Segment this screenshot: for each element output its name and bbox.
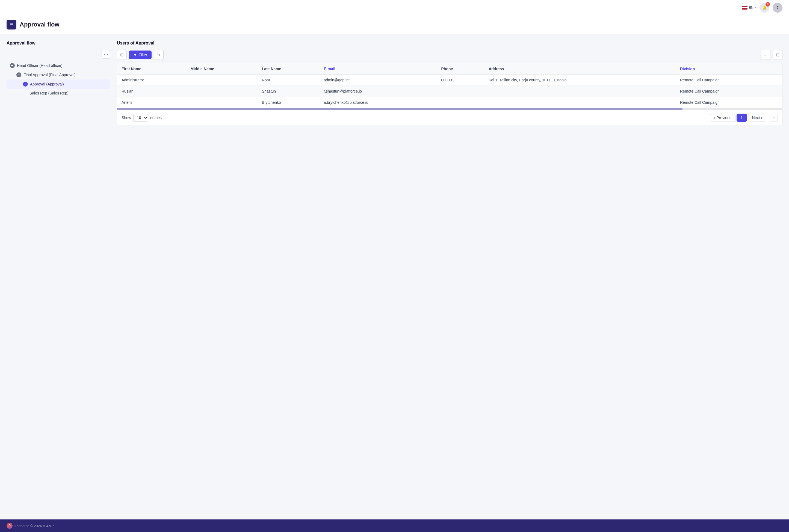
- tree-item-sales-rep[interactable]: Sales Rep (Sales Rep): [6, 89, 110, 97]
- tree-dot-minus-icon: [11, 65, 13, 66]
- cell-phone: [437, 86, 484, 97]
- col-last-name: Last Name: [257, 63, 320, 75]
- scrollbar-thumb[interactable]: [117, 108, 682, 110]
- entries-select[interactable]: 10 25 50: [133, 114, 148, 121]
- table-body: Administrator Root admin@qap.int 000001: [117, 75, 782, 108]
- col-middle-name: Middle Name: [186, 63, 257, 75]
- table-header: First Name Middle Name Last Name E-mail: [117, 63, 782, 75]
- next-label: Next: [752, 115, 760, 120]
- col-email: E-mail: [320, 63, 437, 75]
- cell-division: Remote Call Campaign: [676, 97, 782, 108]
- cell-phone: [437, 97, 484, 108]
- horizontal-scrollbar[interactable]: [117, 108, 782, 110]
- tree-node-icon: [23, 82, 28, 87]
- more-dots-icon: ⋯: [764, 53, 768, 57]
- tree-item-label: Sales Rep (Sales Rep): [30, 91, 68, 95]
- table-icon: ⊞: [120, 53, 124, 57]
- cell-phone: 000001: [437, 75, 484, 86]
- footer-logo: P: [6, 523, 13, 529]
- cell-division: Remote Call Campaign: [676, 75, 782, 86]
- toolbar-left: ⊞ ▼ Filter ↪: [117, 50, 163, 60]
- users-table-container: First Name Middle Name Last Name E-mail: [117, 63, 783, 125]
- footer-text: Platforce © 2024 V 4.9.7: [15, 524, 54, 528]
- chevron-left-icon: ‹: [714, 115, 715, 120]
- share-icon: ↪: [157, 53, 160, 57]
- toolbar: ⊞ ▼ Filter ↪ ⋯ ⊟: [117, 50, 783, 60]
- page-header-icon: ☰: [6, 20, 16, 30]
- tree-item-label: Final Approval (Final Approval): [23, 73, 76, 77]
- previous-button[interactable]: ‹ Previous: [710, 114, 735, 122]
- cell-middle-name: [186, 86, 257, 97]
- cell-address: [484, 97, 676, 108]
- page-number: 1: [740, 115, 743, 120]
- columns-button[interactable]: ⊟: [773, 50, 783, 60]
- top-navigation: EN ▾ 🔔 0 ?: [0, 0, 789, 15]
- notification-badge: 0: [766, 2, 770, 6]
- help-label: ?: [776, 5, 778, 10]
- show-label: Show: [121, 115, 131, 120]
- filter-label: Filter: [139, 53, 147, 57]
- cell-last-name: Root: [257, 75, 320, 86]
- cell-last-name: Brytchenko: [257, 97, 320, 108]
- show-entries: Show 10 25 50 entries: [121, 114, 162, 121]
- col-address: Address: [484, 63, 676, 75]
- cell-email: a.brytchenko@platforce.io: [320, 97, 437, 108]
- lang-chevron-icon: ▾: [755, 6, 756, 9]
- next-button[interactable]: Next ›: [748, 114, 766, 122]
- filter-icon: ▼: [133, 53, 137, 57]
- left-panel: Approval flow ⋯ Head Officer (Head offic…: [6, 41, 110, 97]
- page-1-button[interactable]: 1: [736, 114, 747, 122]
- entries-label: entries: [150, 115, 162, 120]
- columns-icon: ⊟: [776, 53, 780, 57]
- pagination-controls: ‹ Previous 1 Next › ⤢: [710, 114, 778, 122]
- toolbar-more-button[interactable]: ⋯: [761, 50, 770, 60]
- cell-first-name: Artem: [117, 97, 186, 108]
- filter-button[interactable]: ▼ Filter: [129, 51, 152, 59]
- grid-icon: ☰: [9, 22, 13, 27]
- cell-division: Remote Call Campaign: [676, 86, 782, 97]
- cell-address: [484, 86, 676, 97]
- tree-node-icon: [16, 72, 21, 77]
- table-row: Artem Brytchenko a.brytchenko@platforce.…: [117, 97, 782, 108]
- language-selector[interactable]: EN ▾: [742, 5, 756, 10]
- tree-item-label: Approval (Approval): [30, 82, 64, 86]
- more-dots-icon: ⋯: [104, 52, 108, 57]
- chevron-right-icon: ›: [761, 115, 762, 120]
- cell-email: admin@qap.int: [320, 75, 437, 86]
- pagination-bar: Show 10 25 50 entries ‹ Previous 1: [117, 110, 782, 125]
- table-view-button[interactable]: ⊞: [117, 50, 127, 60]
- left-panel-more-button[interactable]: ⋯: [102, 50, 110, 59]
- page-header: ☰ Approval flow: [0, 15, 789, 34]
- table-row: Administrator Root admin@qap.int 000001: [117, 75, 782, 86]
- tree-dot-minus-icon: [24, 84, 26, 84]
- users-table: First Name Middle Name Last Name E-mail: [117, 63, 782, 108]
- col-first-name: First Name: [117, 63, 186, 75]
- cell-address: Kai 1, Tallinn city, Harju county, 10111…: [484, 75, 676, 86]
- left-panel-title: Approval flow: [6, 41, 110, 45]
- expand-button[interactable]: ⤢: [770, 114, 778, 122]
- toolbar-right: ⋯ ⊟: [761, 50, 783, 60]
- footer: P Platforce © 2024 V 4.9.7: [0, 519, 789, 532]
- left-panel-actions: ⋯: [6, 50, 110, 59]
- right-panel-title: Users of Approval: [117, 41, 783, 45]
- tree-item-approval[interactable]: Approval (Approval): [6, 79, 110, 89]
- tree-item-final-approval[interactable]: Final Approval (Final Approval): [6, 70, 110, 79]
- expand-icon: ⤢: [772, 115, 775, 120]
- cell-middle-name: [186, 75, 257, 86]
- lang-label: EN: [749, 5, 753, 10]
- approval-tree: Head Officer (Head officer) Final Approv…: [6, 61, 110, 97]
- cell-last-name: Shastun: [257, 86, 320, 97]
- col-division: Division: [676, 63, 782, 75]
- tree-item-label: Head Officer (Head officer): [17, 63, 62, 68]
- tree-node-icon: [10, 63, 15, 68]
- help-button[interactable]: ?: [773, 3, 783, 13]
- cell-first-name: Ruslan: [117, 86, 186, 97]
- export-button[interactable]: ↪: [154, 50, 163, 60]
- tree-dot-minus-icon: [18, 75, 20, 75]
- tree-item-head-officer[interactable]: Head Officer (Head officer): [6, 61, 110, 70]
- page-title: Approval flow: [20, 21, 59, 28]
- col-phone: Phone: [437, 63, 484, 75]
- right-panel: Users of Approval ⊞ ▼ Filter ↪ ⋯: [117, 41, 783, 125]
- cell-email: r.shastun@platforce.io: [320, 86, 437, 97]
- notifications-button[interactable]: 🔔 0: [759, 3, 769, 13]
